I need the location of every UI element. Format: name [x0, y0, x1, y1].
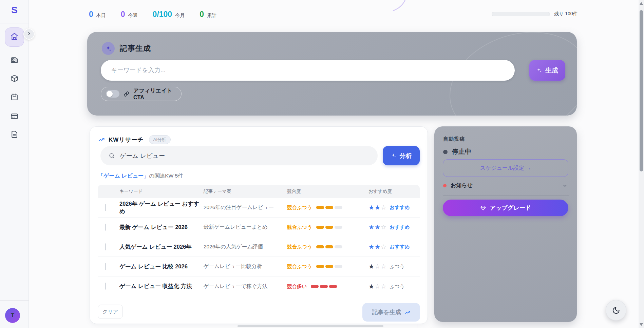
row-radio[interactable]: [105, 243, 106, 250]
generate-button[interactable]: 生成: [529, 60, 565, 81]
competition-pill: [335, 245, 342, 248]
sidebar-item-home[interactable]: [5, 27, 24, 47]
sparkles-icon: [105, 45, 112, 52]
competition-pills: [316, 265, 342, 268]
kw-table-row[interactable]: ゲーム レビュー 収益化 方法 ゲームレビューで稼ぐ方法 競合多い ★☆☆ ふつ…: [98, 276, 420, 296]
upgrade-button[interactable]: アップグレード: [443, 200, 568, 216]
competition-pill: [325, 206, 333, 209]
kw-table-row[interactable]: ゲーム レビュー 比較 2026 ゲームレビュー比較分析 競合ふつう ★☆☆ ふ…: [98, 257, 420, 276]
vertical-scroll-thumb[interactable]: [640, 10, 643, 171]
kw-research-card: KWリサーチ AI分析 ゲーム レビュー 分析 「ゲーム レビュー」の関連KW …: [90, 126, 428, 324]
clear-button[interactable]: クリア: [98, 305, 123, 319]
generate-button-label: 生成: [545, 66, 558, 75]
recommend-stars: ★★☆: [368, 204, 387, 211]
sidebar-expand-button[interactable]: [23, 28, 35, 40]
recommend-stars: ★★☆: [368, 224, 387, 230]
stat-item: 0 累計: [200, 10, 216, 19]
analyze-button[interactable]: 分析: [383, 146, 420, 165]
auto-post-panel: 自動投稿 停止中 スケジュール設定 → お知らせ アップグレード: [434, 126, 577, 322]
star-icon: ★: [368, 283, 375, 290]
recommend-stars: ★☆☆: [368, 263, 387, 270]
news-accordion[interactable]: お知らせ: [443, 182, 568, 189]
sparkles-icon: [536, 67, 542, 73]
row-theme: 最新ゲームレビューまとめ: [204, 224, 287, 231]
competition-label: 競合多い: [287, 283, 307, 290]
star-icon: ★: [368, 204, 375, 211]
horizontal-scroll-thumb[interactable]: [238, 325, 383, 327]
kw-search-input[interactable]: ゲーム レビュー: [100, 146, 378, 165]
article-generator-card: 記事生成 生成 アフィリエイトCTA: [87, 32, 577, 116]
schedule-settings-button[interactable]: スケジュール設定 →: [443, 159, 568, 177]
scroll-down-arrow[interactable]: [640, 323, 643, 326]
competition-pill: [335, 265, 342, 268]
vertical-scrollbar[interactable]: [639, 0, 644, 328]
link-icon: [124, 91, 129, 97]
competition-pill: [316, 226, 324, 229]
user-avatar[interactable]: T: [5, 308, 20, 323]
kw-table-row[interactable]: 人気ゲーム レビュー 2026年 2026年の人気ゲーム評価 競合ふつう ★★☆…: [98, 237, 420, 257]
star-icon: ★: [375, 224, 381, 231]
competition-pill: [316, 245, 324, 248]
kw-table-row[interactable]: 最新 ゲーム レビュー 2026 最新ゲームレビューまとめ 競合ふつう ★★☆ …: [98, 218, 420, 237]
star-icon: ★: [375, 204, 381, 211]
moon-icon: [612, 306, 621, 315]
star-icon: ☆: [375, 263, 381, 270]
sidebar-item-schedule[interactable]: [5, 88, 24, 107]
recommend-label: おすすめ: [390, 244, 410, 250]
stat-label: 本日: [96, 13, 106, 19]
competition-pill: [316, 265, 324, 268]
row-keyword: ゲーム レビュー 比較 2026: [119, 263, 204, 270]
dark-mode-toggle[interactable]: [606, 300, 626, 321]
recommend-label: ふつう: [390, 283, 405, 290]
col-competition: 競合度: [287, 188, 368, 194]
status-text: 停止中: [452, 147, 471, 156]
generate-article-button[interactable]: 記事を生成: [362, 303, 420, 322]
search-icon: [109, 152, 115, 159]
kw-table-row[interactable]: 2026年 ゲーム レビュー おすすめ 2026年の注目ゲームレビュー 競合ふつ…: [98, 198, 420, 218]
row-keyword: ゲーム レビュー 収益化 方法: [119, 283, 204, 290]
row-keyword: 最新 ゲーム レビュー 2026: [119, 224, 204, 231]
sidebar: S T: [0, 0, 29, 328]
row-radio[interactable]: [105, 204, 106, 211]
competition-pills: [316, 206, 342, 209]
related-kw-suffix: の関連KW 5件: [149, 173, 183, 179]
sidebar-item-articles[interactable]: [5, 51, 24, 70]
sidebar-item-products[interactable]: [5, 69, 24, 89]
competition-pill: [325, 265, 333, 268]
quota-progress-bar: [492, 12, 550, 16]
row-keyword: 人気ゲーム レビュー 2026年: [119, 243, 204, 251]
chevron-right-icon: [27, 31, 32, 37]
trending-up-icon: [98, 136, 105, 143]
sidebar-item-billing[interactable]: [5, 107, 24, 126]
affiliate-cta-toggle[interactable]: アフィリエイトCTA: [101, 87, 182, 101]
cube-icon: [10, 74, 19, 84]
stat-value: 0: [200, 10, 204, 19]
keyword-input[interactable]: [101, 60, 515, 81]
related-kw-name[interactable]: 「ゲーム レビュー」: [98, 173, 149, 179]
status-dot: [443, 150, 448, 154]
usage-stats: 0 本日 0 今週 0/100 今月 0 累計: [89, 7, 216, 22]
row-theme: 2026年の人気ゲーム評価: [204, 243, 287, 250]
sidebar-item-docs[interactable]: [5, 125, 24, 145]
toggle-switch[interactable]: [106, 90, 119, 98]
recommend-stars: ★☆☆: [368, 283, 387, 290]
scroll-up-arrow[interactable]: [640, 2, 643, 5]
stat-label: 今月: [175, 13, 185, 19]
star-icon: ☆: [375, 283, 381, 290]
competition-pill: [325, 245, 333, 248]
col-recommend: おすすめ度: [368, 188, 420, 194]
chevron-down-icon: [562, 183, 568, 189]
stat-label: 累計: [207, 13, 216, 19]
star-icon: ★: [375, 243, 381, 250]
competition-label: 競合ふつう: [287, 224, 312, 230]
competition-pill: [335, 226, 342, 229]
kw-search-value: ゲーム レビュー: [120, 152, 165, 160]
row-radio[interactable]: [105, 224, 106, 231]
competition-pills: [316, 226, 342, 229]
star-icon: ★: [368, 243, 375, 250]
row-radio[interactable]: [105, 263, 106, 270]
upgrade-label: アップグレード: [490, 204, 531, 212]
recommend-label: ふつう: [390, 263, 405, 270]
row-radio[interactable]: [105, 283, 106, 290]
star-icon: ☆: [381, 224, 387, 231]
